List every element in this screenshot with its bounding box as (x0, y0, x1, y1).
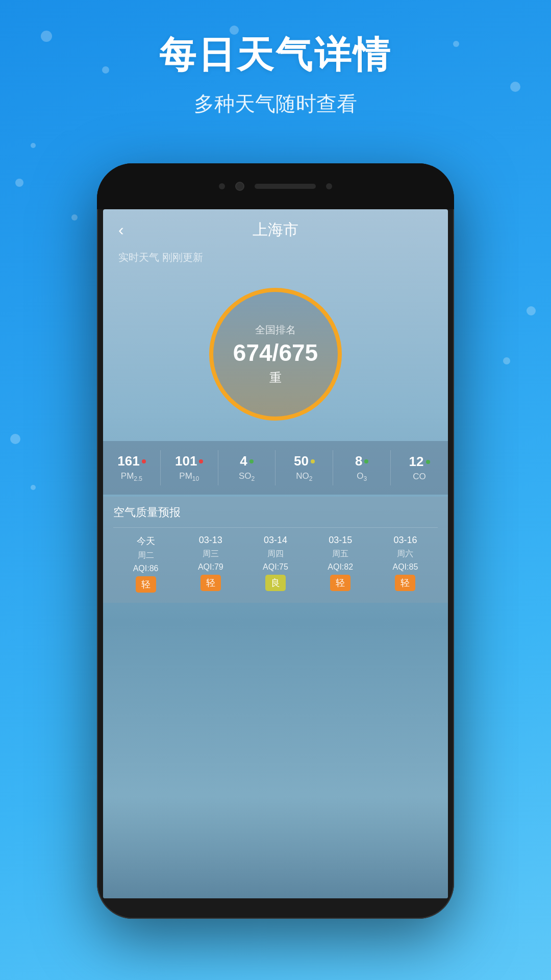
co-value: 12 (409, 454, 424, 470)
pm10-dot (199, 459, 203, 463)
forecast-badge-4: 轻 (395, 575, 415, 591)
pm25-value: 161 (117, 453, 139, 469)
city-title: 上海市 (253, 219, 298, 240)
notch-speaker (255, 184, 316, 189)
o3-name: O3 (357, 471, 367, 482)
forecast-row: 今天 周二 AQI:86 轻 03-13 周三 AQI:79 轻 03-14 周… (113, 527, 438, 593)
forecast-col-3: 03-15 周五 AQI:82 轻 (308, 535, 373, 593)
forecast-badge-1: 轻 (201, 575, 221, 591)
pollutant-no2: 50 NO2 (276, 450, 333, 485)
pollutant-co: 12 CO (391, 450, 448, 485)
forecast-aqi-2: AQI:75 (263, 562, 288, 572)
aqi-rank-value: 674/675 (233, 341, 318, 364)
notch-sensor-2 (326, 183, 332, 189)
forecast-weekday-1: 周三 (203, 549, 219, 559)
forecast-col-2: 03-14 周四 AQI:75 良 (243, 535, 308, 593)
pollutant-o3: 8 O3 (333, 450, 391, 485)
co-name: CO (413, 472, 426, 482)
back-button[interactable]: ‹ (118, 220, 124, 239)
o3-value: 8 (355, 453, 362, 469)
pm25-dot (142, 459, 146, 463)
so2-dot (249, 459, 254, 463)
forecast-weekday-2: 周四 (267, 549, 284, 559)
pm10-value: 101 (175, 453, 197, 469)
no2-name: NO2 (296, 471, 312, 482)
forecast-date-1: 03-13 (199, 535, 222, 546)
forecast-col-today: 今天 周二 AQI:86 轻 (113, 535, 178, 593)
notch-camera (235, 182, 244, 191)
phone-screen: ‹ 上海市 实时天气 刚刚更新 全国排名 674/675 重 161 PM2.5 (103, 209, 448, 898)
forecast-aqi-0: AQI:86 (133, 564, 159, 573)
phone-notch (97, 163, 454, 209)
pm10-name: PM10 (179, 471, 199, 482)
no2-dot (311, 459, 315, 463)
forecast-date-4: 03-16 (393, 535, 417, 546)
header-section: 每日天气详情 多种天气随时查看 (0, 31, 551, 118)
forecast-badge-2: 良 (265, 575, 286, 591)
no2-value: 50 (294, 453, 309, 469)
forecast-badge-3: 轻 (330, 575, 350, 591)
realtime-label: 实时天气 刚刚更新 (103, 251, 448, 273)
forecast-date-2: 03-14 (264, 535, 287, 546)
aqi-rank-label: 全国排名 (255, 323, 296, 337)
so2-value: 4 (240, 453, 247, 469)
pollutants-row: 161 PM2.5 101 PM10 4 SO2 (103, 441, 448, 495)
notch-sensor (219, 183, 225, 189)
so2-name: SO2 (239, 471, 255, 482)
forecast-badge-0: 轻 (136, 576, 156, 593)
forecast-aqi-1: AQI:79 (198, 562, 223, 572)
pollutant-pm10: 101 PM10 (161, 450, 218, 485)
forecast-aqi-4: AQI:85 (393, 562, 418, 572)
forecast-title: 空气质量预报 (113, 505, 438, 520)
pollutant-so2: 4 SO2 (218, 450, 276, 485)
app-topbar: ‹ 上海市 (103, 209, 448, 251)
aqi-circle: 全国排名 674/675 重 (209, 288, 342, 421)
phone-mockup: ‹ 上海市 实时天气 刚刚更新 全国排名 674/675 重 161 PM2.5 (97, 163, 454, 919)
forecast-weekday-3: 周五 (332, 549, 348, 559)
main-title: 每日天气详情 (0, 31, 551, 80)
aqi-level: 重 (269, 370, 282, 386)
forecast-col-1: 03-13 周三 AQI:79 轻 (178, 535, 243, 593)
wave-bg (103, 796, 448, 898)
sub-title: 多种天气随时查看 (0, 90, 551, 118)
forecast-weekday-4: 周六 (397, 549, 413, 559)
pollutant-pm25: 161 PM2.5 (103, 450, 161, 485)
forecast-weekday-0: 周二 (138, 550, 154, 561)
forecast-col-4: 03-16 周六 AQI:85 轻 (373, 535, 438, 593)
forecast-section: 空气质量预报 今天 周二 AQI:86 轻 03-13 周三 AQI:79 轻 … (103, 497, 448, 603)
forecast-aqi-3: AQI:82 (328, 562, 353, 572)
forecast-date-3: 03-15 (329, 535, 352, 546)
o3-dot (364, 459, 368, 463)
aqi-circle-container: 全国排名 674/675 重 (103, 273, 448, 441)
forecast-date-0: 今天 (137, 535, 155, 547)
co-dot (426, 460, 430, 464)
pm25-name: PM2.5 (121, 471, 142, 482)
